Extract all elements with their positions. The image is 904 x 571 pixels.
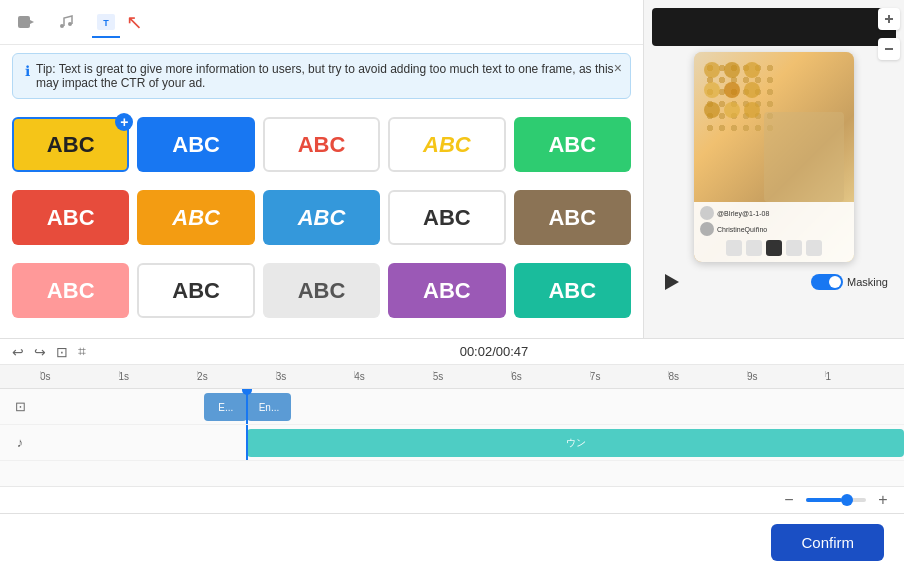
left-panel: T ↖ ℹ Tip: Text is great to give more in… xyxy=(0,0,644,338)
text-style-item-7[interactable]: ABC xyxy=(263,190,380,245)
svg-point-7 xyxy=(724,62,740,78)
svg-point-14 xyxy=(744,102,760,118)
add-badge: + xyxy=(115,113,133,131)
playhead[interactable] xyxy=(246,389,248,424)
text-style-label-8: ABC xyxy=(423,205,471,231)
text-style-item-2[interactable]: ABC xyxy=(263,117,380,172)
message-icon xyxy=(786,240,802,256)
audio-track-icon: ♪ xyxy=(0,435,40,450)
timeline-time-display: 00:02/00:47 xyxy=(96,344,892,359)
social-username2: ChristineQuiñno xyxy=(717,226,767,233)
zoom-out-icon[interactable] xyxy=(878,38,900,60)
preview-image: @BIrley@1-1-08 ChristineQuiñno xyxy=(694,52,854,262)
text-style-item-10[interactable]: ABC xyxy=(12,263,129,318)
timeline-toolbar: ↩ ↪ ⊡ ⌗ 00:02/00:47 xyxy=(0,339,904,365)
text-style-item-12[interactable]: ABC xyxy=(263,263,380,318)
toggle-knob xyxy=(829,276,841,288)
tip-banner: ℹ Tip: Text is great to give more inform… xyxy=(12,53,631,99)
text-style-item-11[interactable]: ABC xyxy=(137,263,254,318)
confirm-button[interactable]: Confirm xyxy=(771,524,884,561)
ruler-mark-7: 7s xyxy=(590,371,669,382)
clip-1-label: E... xyxy=(218,402,233,413)
masking-toggle-switch[interactable] xyxy=(811,274,843,290)
undo-icon[interactable]: ↩ xyxy=(12,344,24,360)
text-style-label-0: ABC xyxy=(47,132,95,158)
zoom-in-button[interactable]: + xyxy=(874,491,892,509)
cursor-pointer-icon: ↖ xyxy=(126,10,143,34)
tip-text: Tip: Text is great to give more informat… xyxy=(36,62,618,90)
svg-point-8 xyxy=(744,62,760,78)
zoom-slider[interactable] xyxy=(806,498,866,502)
text-style-label-4: ABC xyxy=(548,132,596,158)
redo-icon[interactable]: ↪ xyxy=(34,344,46,360)
ruler-mark-5: 5s xyxy=(433,371,512,382)
text-style-item-5[interactable]: ABC xyxy=(12,190,129,245)
text-style-label-5: ABC xyxy=(47,205,95,231)
play-button[interactable] xyxy=(660,270,684,294)
social-icons-row xyxy=(700,238,848,258)
text-style-label-11: ABC xyxy=(172,278,220,304)
tip-close-button[interactable]: × xyxy=(614,60,622,76)
text-style-label-13: ABC xyxy=(423,278,471,304)
audio-clip[interactable]: ウン xyxy=(247,429,904,457)
profile-icon xyxy=(806,240,822,256)
timeline-tracks: ⊡ E... En... ♪ xyxy=(0,389,904,461)
text-style-item-3[interactable]: ABC xyxy=(388,117,505,172)
text-style-item-9[interactable]: ABC xyxy=(514,190,631,245)
text-tab-icon[interactable]: T xyxy=(92,8,120,36)
timeline-container: ↩ ↪ ⊡ ⌗ 00:02/00:47 0s1s2s3s4s5s6s7s8s9s… xyxy=(0,338,904,513)
zoom-in-icon[interactable] xyxy=(878,8,900,30)
ruler-mark-3: 3s xyxy=(276,371,355,382)
text-style-item-0[interactable]: ABC+ xyxy=(12,117,129,172)
text-style-label-10: ABC xyxy=(47,278,95,304)
svg-point-11 xyxy=(744,82,760,98)
masking-control: Masking xyxy=(811,274,888,290)
text-style-label-12: ABC xyxy=(298,278,346,304)
ruler-mark-10: 1 xyxy=(825,371,904,382)
playback-controls: Masking xyxy=(652,270,896,294)
info-icon: ℹ xyxy=(25,63,30,79)
video-clip-2[interactable]: En... xyxy=(247,393,290,421)
svg-rect-0 xyxy=(18,16,30,28)
text-style-label-1: ABC xyxy=(172,132,220,158)
text-style-label-7: ABC xyxy=(298,205,346,231)
text-style-label-9: ABC xyxy=(548,205,596,231)
text-style-item-8[interactable]: ABC xyxy=(388,190,505,245)
zoom-out-button[interactable]: − xyxy=(780,491,798,509)
svg-point-12 xyxy=(704,102,720,118)
text-style-item-13[interactable]: ABC xyxy=(388,263,505,318)
trim-icon[interactable]: ⌗ xyxy=(78,343,86,360)
clip-2-label: En... xyxy=(259,402,280,413)
text-style-item-4[interactable]: ABC xyxy=(514,117,631,172)
video-track-icon: ⊡ xyxy=(0,399,40,414)
text-style-item-14[interactable]: ABC xyxy=(514,263,631,318)
toolbar: T ↖ xyxy=(0,0,643,45)
svg-point-6 xyxy=(704,62,720,78)
avatar xyxy=(700,206,714,220)
audio-track: ♪ ウン xyxy=(0,425,904,461)
timeline-content: 0s1s2s3s4s5s6s7s8s9s1 ⊡ E... En.. xyxy=(0,365,904,486)
playhead-audio xyxy=(246,425,248,460)
svg-marker-1 xyxy=(30,20,34,24)
social-bar: @BIrley@1-1-08 ChristineQuiñno xyxy=(694,202,854,262)
text-style-item-6[interactable]: ABC xyxy=(137,190,254,245)
svg-point-2 xyxy=(60,24,64,28)
ruler-mark-6: 6s xyxy=(511,371,590,382)
svg-point-13 xyxy=(724,102,740,118)
crop-icon[interactable]: ⊡ xyxy=(56,344,68,360)
svg-text:T: T xyxy=(103,18,109,28)
home-icon xyxy=(726,240,742,256)
video-clip-1[interactable]: E... xyxy=(204,393,247,421)
search-icon xyxy=(746,240,762,256)
ruler-mark-4: 4s xyxy=(354,371,433,382)
side-icons xyxy=(878,8,900,60)
text-style-label-2: ABC xyxy=(298,132,346,158)
play-triangle-icon xyxy=(665,274,679,290)
text-style-label-3: ABC xyxy=(423,132,471,158)
video-tab-icon[interactable] xyxy=(12,8,40,36)
music-tab-icon[interactable] xyxy=(52,8,80,36)
zoom-slider-container xyxy=(806,498,866,502)
text-styles-grid: ABC+ABCABCABCABCABCABCABCABCABCABCABCABC… xyxy=(0,107,643,338)
text-style-item-1[interactable]: ABC xyxy=(137,117,254,172)
text-style-label-6: ABC xyxy=(172,205,220,231)
